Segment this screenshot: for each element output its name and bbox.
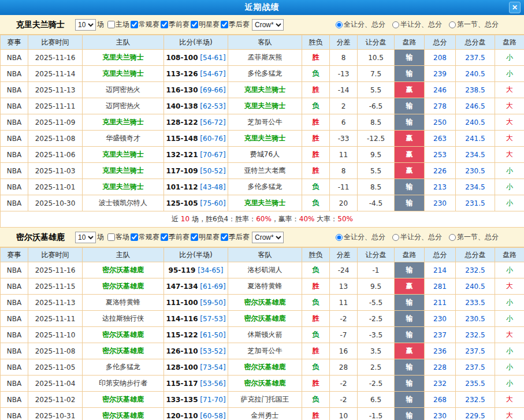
total-points-cell: 253 <box>425 147 456 163</box>
league-cell: NBA <box>1 392 28 408</box>
match-row: NBA2025-11-15密尔沃基雄鹿147-134 [61-69]夏洛特黄蜂胜… <box>1 278 524 295</box>
close-icon[interactable]: ✕ <box>509 2 521 13</box>
halftime-score: [62-53] <box>200 102 225 110</box>
summary-text-segment: 场，胜6负4：胜率： <box>189 215 256 223</box>
match-row: NBA2025-11-09克里夫兰骑士128-122 [56-72]芝加哥公牛胜… <box>1 114 524 131</box>
column-header: 盘路 <box>495 248 524 262</box>
home-team-cell: 波士顿凯尔特人 <box>83 195 164 211</box>
total-points-cell: 268 <box>425 392 456 408</box>
column-header: 分差 <box>330 248 358 262</box>
playoffs-checkbox-input[interactable] <box>221 21 228 28</box>
total-points-cell: 239 <box>425 66 456 82</box>
over-under-cell: 小 <box>495 66 524 82</box>
home-team-cell: 密尔沃基雄鹿 <box>83 392 164 408</box>
allstar-checkbox-input[interactable] <box>191 233 198 241</box>
regular-season-checkbox-input[interactable] <box>131 233 138 241</box>
league-cell: NBA <box>1 295 28 311</box>
handicap-result-cell: 输 <box>395 311 425 327</box>
full-line-radio-input[interactable] <box>336 234 343 241</box>
handicap-line-cell: 8.5 <box>358 179 395 195</box>
league-cell: NBA <box>1 163 28 179</box>
total-points-cell: 281 <box>425 278 456 295</box>
column-header: 比赛时间 <box>28 248 83 262</box>
team-name: 密尔沃基雄鹿 <box>16 232 65 243</box>
checkbox-regular-season[interactable]: 常规赛 <box>129 20 159 29</box>
home-team-cell: 密尔沃基雄鹿 <box>83 408 164 420</box>
over-under-cell: 小 <box>495 195 524 211</box>
win-loss-cell: 负 <box>302 66 330 82</box>
first-quarter-radio-input[interactable] <box>449 234 456 241</box>
checkbox-allstar[interactable]: 明星赛 <box>189 232 220 242</box>
checkbox-preseason[interactable]: 季前赛 <box>159 20 189 29</box>
win-loss-cell: 胜 <box>302 131 330 147</box>
column-header: 赛事 <box>1 35 28 50</box>
home-team-cell: 克里夫兰骑士 <box>83 50 164 66</box>
results-table: 赛事比赛时间主队比分(半场)客队胜负分差让分盘盘路总分总分盘盘路 NBA2025… <box>0 35 524 228</box>
point-diff-cell: 8 <box>330 163 358 179</box>
halftime-score: [34-65] <box>198 266 223 274</box>
checkbox-preseason[interactable]: 季前赛 <box>159 232 189 242</box>
preseason-checkbox-input[interactable] <box>161 21 168 28</box>
odds-source-select[interactable]: Crow* <box>252 232 284 243</box>
win-loss-cell: 负 <box>302 295 330 311</box>
playoffs-checkbox-input[interactable] <box>221 233 228 241</box>
match-row: NBA2025-11-11达拉斯独行侠114-116 [57-53]密尔沃基雄鹿… <box>1 311 524 327</box>
match-date-cell: 2025-11-06 <box>28 147 83 163</box>
games-count-select[interactable]: 10 <box>75 19 96 31</box>
total-line-cell: 240.5 <box>456 66 495 82</box>
checkbox-regular-season[interactable]: 常规赛 <box>129 232 159 242</box>
checkbox-playoffs[interactable]: 季后赛 <box>220 232 250 242</box>
full-line-radio-input[interactable] <box>336 21 343 28</box>
column-header: 让分盘 <box>358 248 395 262</box>
checkbox-label: 常规赛 <box>139 232 159 242</box>
halftime-score: [73-54] <box>200 363 225 371</box>
home-team-cell: 华盛顿奇才 <box>83 131 164 147</box>
radio-label: 半让分、总分 <box>400 20 442 29</box>
radio-label: 第一节、总分 <box>457 232 499 242</box>
half-line-radio-input[interactable] <box>392 21 399 28</box>
half-line-radio-input[interactable] <box>392 234 399 241</box>
column-header: 盘路 <box>495 35 524 50</box>
checkbox-label: 季前赛 <box>169 20 189 29</box>
radio-half-line[interactable]: 半让分、总分 <box>392 20 442 29</box>
checkbox-away[interactable]: 客场 <box>106 232 129 242</box>
checkbox-allstar[interactable]: 明星赛 <box>189 20 220 29</box>
table-header-row: 赛事比赛时间主队比分(半场)客队胜负分差让分盘盘路总分总分盘盘路 <box>1 248 524 262</box>
point-diff-cell: -14 <box>330 82 358 98</box>
radio-first-quarter[interactable]: 第一节、总分 <box>449 232 499 242</box>
first-quarter-radio-input[interactable] <box>449 21 456 28</box>
league-cell: NBA <box>1 343 28 359</box>
games-count-select[interactable]: 10 <box>75 232 96 243</box>
over-under-cell: 小 <box>495 262 524 278</box>
handicap-result-cell: 赢 <box>395 343 425 359</box>
preseason-checkbox-input[interactable] <box>161 233 168 241</box>
total-line-cell: 237.5 <box>456 50 495 66</box>
radio-full-line[interactable]: 全让分、总分 <box>336 232 385 242</box>
radio-label: 全让分、总分 <box>344 20 385 29</box>
win-loss-cell: 胜 <box>302 50 330 66</box>
fulltime-score: 95-119 <box>169 266 196 274</box>
total-points-cell: 250 <box>425 114 456 131</box>
handicap-result-cell: 赢 <box>395 147 425 163</box>
radio-full-line[interactable]: 全让分、总分 <box>336 20 385 29</box>
point-diff-cell: -24 <box>330 262 358 278</box>
score-cell: 95-119 [34-65] <box>164 262 228 278</box>
allstar-checkbox-input[interactable] <box>191 21 198 28</box>
home-checkbox-input[interactable] <box>107 21 115 28</box>
radio-half-line[interactable]: 半让分、总分 <box>392 232 442 242</box>
regular-season-checkbox-input[interactable] <box>131 21 138 28</box>
summary-text-segment: 近 <box>172 215 181 223</box>
handicap-result-cell: 输 <box>395 195 425 211</box>
column-header: 赛事 <box>1 248 28 262</box>
team-name: 克里夫兰骑士 <box>16 20 65 30</box>
away-checkbox-input[interactable] <box>107 233 115 241</box>
radio-first-quarter[interactable]: 第一节、总分 <box>449 20 499 29</box>
score-cell: 117-109 [50-52] <box>164 163 228 179</box>
win-loss-cell: 胜 <box>302 163 330 179</box>
column-header: 比分(半场) <box>164 35 228 50</box>
league-cell: NBA <box>1 327 28 343</box>
halftime-score: [60-76] <box>200 135 225 143</box>
checkbox-playoffs[interactable]: 季后赛 <box>220 20 250 29</box>
checkbox-home[interactable]: 主场 <box>106 20 129 29</box>
odds-source-select[interactable]: Crow* <box>252 19 284 31</box>
